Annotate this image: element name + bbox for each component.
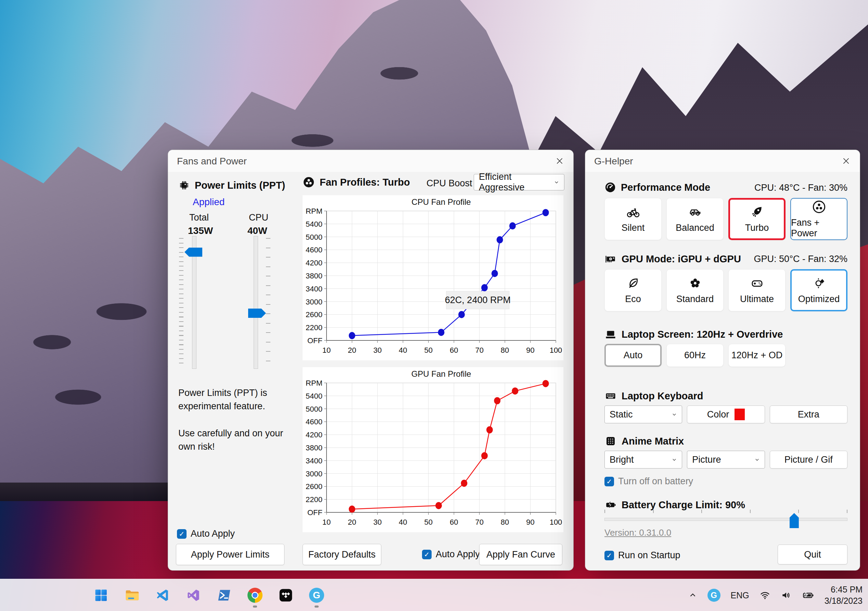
turn-off-on-battery-checkbox[interactable]: ✓ Turn off on battery	[604, 476, 693, 487]
svg-text:10: 10	[322, 518, 331, 526]
ppt-warning-note1: Power Limits (PPT) is experimental featu…	[178, 386, 296, 413]
svg-text:4200: 4200	[305, 258, 322, 267]
svg-text:100: 100	[550, 346, 563, 354]
fan-auto-apply-checkbox[interactable]: ✓ Auto Apply	[422, 549, 480, 560]
keyboard-color-button[interactable]: Color	[687, 406, 765, 423]
battery-charge-slider[interactable]	[604, 510, 848, 530]
applied-link[interactable]: Applied	[193, 197, 225, 208]
mode-button-turbo[interactable]: Turbo	[728, 198, 786, 240]
gpu-button-ultimate[interactable]: Ultimate	[728, 269, 786, 311]
svg-text:30: 30	[374, 518, 381, 526]
svg-text:30: 30	[374, 346, 381, 354]
svg-text:3000: 3000	[305, 298, 322, 306]
chrome-button[interactable]	[244, 582, 266, 608]
cpu-fan-profile-chart[interactable]: 102030405060708090100OFF2200260030003400…	[302, 195, 563, 360]
cpu-slider-thumb[interactable]	[248, 309, 266, 318]
svg-text:3400: 3400	[305, 285, 322, 293]
run-on-startup-checkbox[interactable]: ✓ Run on Startup	[604, 550, 680, 561]
battery-bolt-icon	[604, 499, 617, 511]
battery-slider-thumb[interactable]	[790, 513, 799, 528]
svg-text:2200: 2200	[305, 495, 322, 504]
mode-button-fans-power[interactable]: Fans + Power	[790, 198, 848, 240]
ppt-warning-note2: Use carefully and on your own risk!	[178, 427, 296, 454]
svg-text:OFF: OFF	[307, 336, 322, 345]
svg-text:50: 50	[425, 518, 432, 526]
svg-text:5000: 5000	[305, 405, 322, 414]
cpu-slider-ticks	[266, 238, 270, 367]
keyboard-mode-select[interactable]: Static	[604, 406, 682, 423]
close-button[interactable]	[552, 154, 567, 168]
file-explorer-icon	[124, 588, 140, 603]
svg-text:50: 50	[425, 346, 432, 354]
running-indicator	[253, 606, 257, 608]
tidal-button[interactable]	[274, 582, 297, 608]
battery-charging-icon[interactable]	[802, 589, 814, 602]
anime-brightness-select[interactable]: Bright	[604, 451, 682, 468]
anime-picture-gif-button[interactable]: Picture / Gif	[770, 451, 848, 468]
cpu-power-slider[interactable]	[245, 236, 266, 369]
tidal-icon	[278, 588, 293, 603]
svg-text:70: 70	[475, 518, 483, 526]
chevron-down-icon	[553, 179, 560, 186]
power-auto-apply-checkbox[interactable]: ✓ Auto Apply	[177, 529, 235, 539]
anime-mode-select[interactable]: Picture	[687, 451, 765, 468]
power-limits-heading: Power Limits (PPT)	[178, 179, 285, 191]
fans-titlebar[interactable]: Fans and Power	[168, 150, 573, 172]
total-slider-thumb[interactable]	[184, 248, 202, 257]
mode-button-balanced[interactable]: Balanced	[666, 198, 724, 240]
total-power-slider[interactable]	[184, 236, 205, 369]
total-slider-ticks	[179, 238, 183, 367]
fan-icon	[302, 176, 315, 188]
run-on-startup-label: Run on Startup	[618, 550, 680, 561]
cpu-temp-status: CPU: 48°C - Fan: 30%	[754, 183, 848, 193]
screen-button-60hz[interactable]: 60Hz	[666, 344, 724, 367]
svg-text:RPM: RPM	[305, 207, 322, 215]
desktop: Fans and Power Power Limits (PPT) Applie…	[0, 0, 868, 611]
gpu-button-standard[interactable]: Standard	[666, 269, 724, 311]
start-button[interactable]	[90, 582, 112, 608]
vscode-button[interactable]	[151, 582, 174, 608]
screen-button-auto[interactable]: Auto	[604, 344, 662, 367]
ghelper-titlebar[interactable]: G-Helper	[585, 150, 860, 172]
cpu-boost-select[interactable]: Efficient Aggressive	[474, 174, 564, 190]
quit-button[interactable]: Quit	[778, 544, 848, 564]
svg-text:CPU Fan Profile: CPU Fan Profile	[411, 197, 471, 207]
ghelper-window-title: G-Helper	[594, 156, 633, 167]
cpu-boost-label: CPU Boost	[426, 178, 472, 189]
tray-chevron-up-icon[interactable]	[688, 591, 697, 600]
apply-power-limits-button[interactable]: Apply Power Limits	[176, 544, 284, 565]
running-indicator	[315, 606, 319, 608]
cpu-chip-icon	[178, 179, 190, 191]
file-explorer-button[interactable]	[121, 582, 143, 608]
cpu-slider-track[interactable]	[254, 236, 258, 369]
apply-fan-curve-button[interactable]: Apply Fan Curve	[479, 544, 563, 565]
taskbar-tray: G ENG 6:45 PM 3/18/2023	[688, 579, 863, 611]
close-button[interactable]	[839, 154, 854, 168]
svg-text:4600: 4600	[305, 418, 322, 426]
volume-icon[interactable]	[781, 590, 792, 601]
gpu-button-optimized[interactable]: Optimized	[790, 269, 848, 311]
visual-studio-icon	[186, 588, 201, 602]
language-indicator[interactable]: ENG	[731, 591, 749, 600]
ghelper-tray-icon[interactable]: G	[707, 589, 721, 602]
ghelper-taskbar-button[interactable]: G	[305, 582, 328, 608]
taskbar-clock[interactable]: 6:45 PM 3/18/2023	[825, 584, 863, 606]
visual-studio-button[interactable]	[182, 582, 205, 608]
svg-text:90: 90	[526, 518, 534, 526]
mode-button-silent[interactable]: Silent	[604, 198, 662, 240]
version-link[interactable]: Version: 0.31.0.0	[604, 527, 671, 538]
svg-text:60: 60	[450, 518, 458, 526]
factory-defaults-button[interactable]: Factory Defaults	[302, 544, 381, 565]
keyboard-extra-button[interactable]: Extra	[770, 406, 848, 423]
wifi-icon[interactable]	[760, 590, 770, 601]
screen-button-120hz-od[interactable]: 120Hz + OD	[728, 344, 786, 367]
gpu-fan-profile-chart[interactable]: 102030405060708090100OFF2200260030003400…	[302, 367, 563, 532]
checkbox-check-icon: ✓	[422, 550, 432, 559]
gpu-button-eco[interactable]: Eco	[604, 269, 662, 311]
powershell-button[interactable]	[213, 582, 236, 608]
bicycle-icon	[626, 205, 640, 219]
clock-time: 6:45 PM	[825, 584, 863, 595]
svg-text:100: 100	[550, 518, 563, 526]
flower-icon	[688, 276, 702, 291]
battery-slider-track[interactable]	[604, 518, 848, 521]
